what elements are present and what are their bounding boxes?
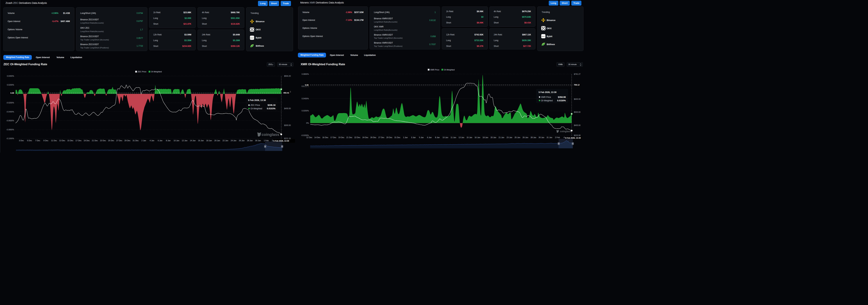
svg-text:-0.0200%: -0.0200%	[6, 102, 14, 104]
svg-text:10 Jan: 10 Jan	[442, 136, 448, 138]
svg-text:0.0400%: 0.0400%	[302, 98, 309, 100]
svg-text:17 Dec: 17 Dec	[75, 139, 82, 142]
svg-text:$246.18: $246.18	[268, 104, 275, 106]
svg-text:1 Feb: 1 Feb	[264, 139, 269, 142]
svg-text:2 Feb: 2 Feb	[555, 136, 560, 138]
svg-text:21 Dec: 21 Dec	[92, 139, 98, 142]
svg-text:8 Jan: 8 Jan	[435, 136, 440, 138]
svg-text:31 Jan: 31 Jan	[547, 136, 552, 138]
svg-text:11 Dec: 11 Dec	[51, 139, 57, 142]
svg-text:$594.20: $594.20	[284, 75, 291, 77]
svg-text:5 Feb 2026, 13:30: 5 Feb 2026, 13:30	[565, 137, 581, 139]
svg-text:5 Feb 2026, 13:30: 5 Feb 2026, 13:30	[273, 140, 289, 142]
svg-text:5 Jan: 5 Jan	[419, 136, 424, 138]
svg-text:16 Jan: 16 Jan	[198, 139, 204, 142]
svg-text:11 Jan: 11 Jan	[451, 136, 456, 138]
svg-text:$791.27: $791.27	[574, 73, 581, 75]
svg-text:0.0200%: 0.0200%	[7, 84, 14, 86]
svg-text:20 Jan: 20 Jan	[214, 139, 220, 142]
svg-text:28 Jan: 28 Jan	[247, 139, 253, 142]
svg-text:$600.00: $600.00	[574, 98, 581, 100]
svg-text:10 Jan: 10 Jan	[174, 139, 179, 142]
svg-text:16 Jan: 16 Jan	[474, 136, 480, 138]
svg-text:21 Dec: 21 Dec	[346, 136, 352, 138]
svg-text:OI-Weighted: OI-Weighted	[151, 71, 162, 73]
svg-text:0.0400%: 0.0400%	[7, 75, 14, 77]
svg-text:0.0200%: 0.0200%	[302, 110, 309, 112]
svg-text:8 Jan: 8 Jan	[166, 139, 170, 142]
svg-text:0.06: 0.06	[305, 84, 309, 86]
svg-text:14 Jan: 14 Jan	[190, 139, 196, 142]
svg-text:23 Jan: 23 Jan	[506, 136, 512, 138]
svg-text:30 Jan: 30 Jan	[255, 139, 261, 142]
svg-text:28 Jan: 28 Jan	[530, 136, 536, 138]
svg-text:14 Dec: 14 Dec	[314, 136, 320, 138]
svg-text:4: 4	[564, 136, 565, 138]
svg-text:ZEC Price: ZEC Price	[250, 104, 260, 106]
svg-text:-0.0800%: -0.0800%	[6, 129, 14, 131]
svg-text:$400.00: $400.00	[574, 124, 581, 126]
svg-text:9 Dec: 9 Dec	[43, 139, 49, 142]
svg-text:708.12: 708.12	[574, 84, 580, 86]
svg-text:24 Jan: 24 Jan	[231, 139, 237, 142]
svg-text:493.41: 493.41	[283, 92, 289, 94]
svg-text:26 Jan: 26 Jan	[239, 139, 245, 142]
svg-text:0%: 0%	[306, 122, 309, 124]
svg-text:19 Dec: 19 Dec	[84, 139, 90, 142]
svg-text:0.0800%: 0.0800%	[302, 73, 309, 75]
svg-text:coinglass: coinglass	[261, 132, 279, 137]
svg-text:15 Jan: 15 Jan	[466, 136, 472, 138]
svg-text:13 Jan: 13 Jan	[459, 136, 464, 138]
svg-text:XMR Price: XMR Price	[541, 96, 551, 98]
svg-text:0.00: 0.00	[10, 92, 14, 94]
svg-text:0.0150%: 0.0150%	[557, 99, 566, 102]
svg-text:15 Dec: 15 Dec	[67, 139, 73, 142]
svg-text:0.0103%: 0.0103%	[267, 107, 275, 110]
svg-text:-0.0400%: -0.0400%	[6, 111, 14, 113]
svg-text:3 Jan: 3 Jan	[411, 136, 416, 138]
svg-text:16 Dec: 16 Dec	[322, 136, 329, 138]
svg-text:3 Dec: 3 Dec	[19, 139, 24, 142]
svg-text:31 Dec: 31 Dec	[133, 139, 139, 142]
svg-text:24 Dec: 24 Dec	[362, 136, 368, 138]
svg-text:4 Jan: 4 Jan	[150, 139, 154, 142]
svg-text:30 Jan: 30 Jan	[538, 136, 544, 138]
svg-text:$300.00: $300.00	[284, 124, 291, 126]
svg-text:26 Jan: 26 Jan	[523, 136, 528, 138]
svg-text:27 Dec: 27 Dec	[378, 136, 384, 138]
svg-text:12 Dec: 12 Dec	[306, 136, 312, 138]
svg-text:6 Jan: 6 Jan	[158, 139, 162, 142]
svg-text:6 Jan: 6 Jan	[427, 136, 432, 138]
svg-text:18 Jan: 18 Jan	[483, 136, 488, 138]
svg-text:-0.1000%: -0.1000%	[6, 137, 14, 139]
svg-text:22 Jan: 22 Jan	[222, 139, 228, 142]
svg-text:1 Jan: 1 Jan	[403, 136, 408, 138]
svg-text:XMR Price: XMR Price	[430, 69, 439, 71]
svg-text:2 Jan: 2 Jan	[142, 139, 146, 142]
svg-text:OI-Weighted: OI-Weighted	[541, 99, 553, 102]
svg-text:25 Jan: 25 Jan	[515, 136, 520, 138]
svg-text:19 Dec: 19 Dec	[338, 136, 344, 138]
svg-text:BYB!T: BYB!T	[541, 36, 545, 37]
svg-text:$358.98: $358.98	[558, 96, 566, 98]
svg-text:13 Dec: 13 Dec	[59, 139, 65, 142]
svg-text:-0.0600%: -0.0600%	[6, 120, 14, 122]
svg-text:-0.0200%: -0.0200%	[301, 134, 309, 136]
svg-text:$400.00: $400.00	[284, 107, 291, 109]
svg-text:27 Dec: 27 Dec	[116, 139, 122, 142]
svg-text:29 Dec: 29 Dec	[124, 139, 130, 142]
svg-text:7 Dec: 7 Dec	[35, 139, 40, 142]
svg-text:20 Jan: 20 Jan	[491, 136, 496, 138]
svg-text:$500.00: $500.00	[574, 111, 581, 113]
svg-text:26 Dec: 26 Dec	[370, 136, 376, 138]
svg-text:5 Dec: 5 Dec	[27, 139, 32, 142]
svg-text:3: 3	[272, 139, 273, 142]
svg-text:29 Dec: 29 Dec	[386, 136, 392, 138]
svg-text:$323.08: $323.08	[574, 134, 581, 136]
svg-text:22 Dec: 22 Dec	[354, 136, 361, 138]
svg-text:31 Dec: 31 Dec	[395, 136, 401, 138]
svg-text:BYB!T: BYB!T	[250, 37, 254, 38]
svg-text:23 Dec: 23 Dec	[100, 139, 106, 142]
svg-text:12 Jan: 12 Jan	[182, 139, 187, 142]
svg-text:OI-Weighted: OI-Weighted	[444, 69, 455, 71]
